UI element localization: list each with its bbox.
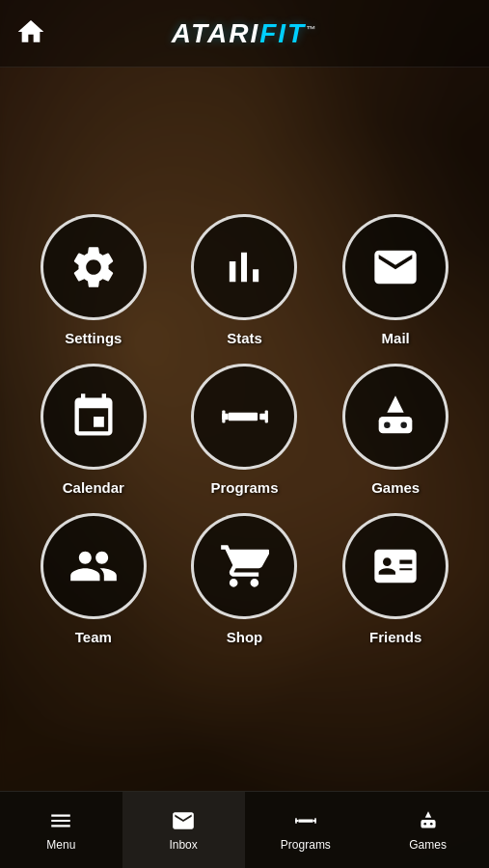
- nav-programs[interactable]: Programs: [245, 792, 367, 868]
- games-circle: [342, 364, 448, 470]
- svg-point-15: [430, 823, 433, 826]
- programs-label: Programs: [210, 479, 278, 496]
- svg-point-7: [401, 421, 408, 428]
- nav-menu-label: Menu: [46, 838, 75, 852]
- app-container: ATARIFIT™ Settings Stats: [0, 0, 489, 868]
- stats-item[interactable]: Stats: [174, 214, 315, 346]
- nav-programs-label: Programs: [281, 838, 331, 852]
- team-item[interactable]: Team: [23, 513, 165, 645]
- settings-item[interactable]: Settings: [23, 214, 165, 346]
- mail-item[interactable]: Mail: [325, 214, 467, 346]
- settings-label: Settings: [65, 330, 122, 346]
- nav-games[interactable]: Games: [367, 792, 489, 868]
- mail-label: Mail: [382, 330, 410, 346]
- svg-rect-5: [379, 417, 413, 433]
- calendar-item[interactable]: Calendar: [23, 364, 165, 496]
- friends-item[interactable]: Friends: [325, 513, 467, 645]
- svg-rect-13: [421, 820, 435, 828]
- main-content: Settings Stats Mail Cal: [0, 68, 489, 791]
- team-circle: [41, 513, 147, 619]
- svg-point-14: [423, 823, 426, 826]
- friends-label: Friends: [369, 629, 421, 645]
- programs-circle: [191, 364, 297, 470]
- mail-circle: [342, 214, 448, 320]
- svg-rect-10: [298, 819, 312, 822]
- home-button[interactable]: [15, 16, 46, 51]
- nav-inbox[interactable]: Inbox: [122, 792, 245, 868]
- games-item[interactable]: Games: [325, 364, 467, 496]
- team-label: Team: [75, 629, 112, 645]
- settings-circle: [41, 214, 147, 320]
- stats-circle: [191, 214, 297, 320]
- svg-rect-12: [314, 818, 316, 823]
- nav-menu[interactable]: Menu: [0, 792, 122, 868]
- games-label: Games: [371, 479, 420, 496]
- nav-games-label: Games: [409, 838, 447, 852]
- bottom-nav: Menu Inbox Programs Games: [0, 791, 489, 868]
- nav-inbox-label: Inbox: [169, 838, 197, 852]
- icon-grid: Settings Stats Mail Cal: [23, 214, 467, 645]
- svg-point-6: [384, 421, 391, 428]
- svg-rect-9: [295, 818, 297, 823]
- calendar-label: Calendar: [63, 479, 124, 496]
- svg-rect-1: [223, 410, 226, 422]
- header: ATARIFIT™: [0, 0, 489, 68]
- svg-rect-2: [229, 412, 258, 420]
- shop-label: Shop: [227, 629, 263, 645]
- calendar-circle: [41, 364, 147, 470]
- stats-label: Stats: [227, 330, 262, 346]
- app-logo: ATARIFIT™: [172, 18, 317, 49]
- shop-circle: [191, 513, 297, 619]
- friends-circle: [342, 513, 448, 619]
- svg-rect-4: [265, 410, 268, 422]
- programs-item[interactable]: Programs: [174, 364, 315, 496]
- shop-item[interactable]: Shop: [174, 513, 315, 645]
